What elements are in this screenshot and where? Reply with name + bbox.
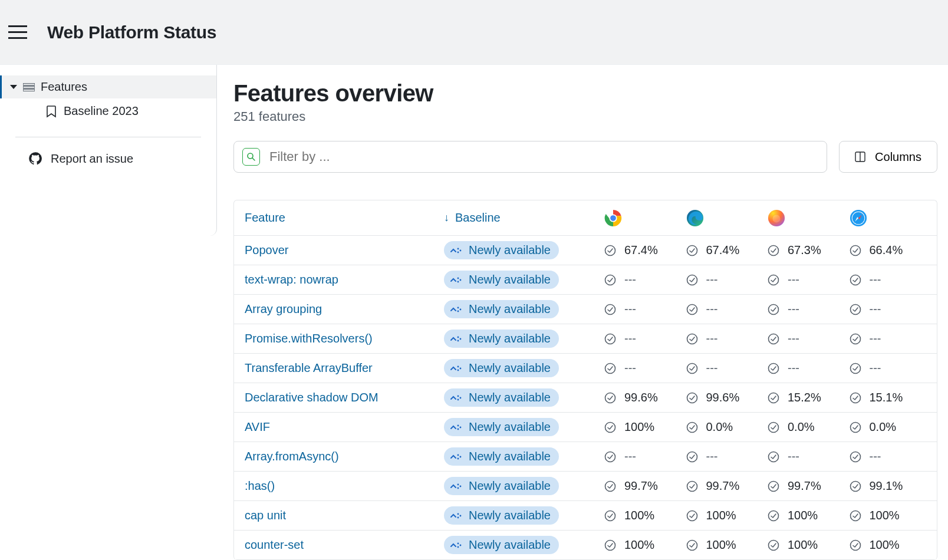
browser-value: 67.4% xyxy=(706,243,748,257)
browser-cell: --- xyxy=(763,332,845,345)
stack-icon xyxy=(23,83,35,91)
hamburger-menu-icon[interactable] xyxy=(5,19,31,45)
browser-cell: 99.7% xyxy=(763,479,845,493)
baseline-chip-label: Newly available xyxy=(469,273,551,286)
feature-link[interactable]: AVIF xyxy=(245,420,270,433)
feature-link[interactable]: text-wrap: nowrap xyxy=(245,273,338,286)
browser-value: 100% xyxy=(788,509,829,522)
browser-cell: 100% xyxy=(600,420,682,434)
sidebar-item-baseline-2023[interactable]: Baseline 2023 xyxy=(0,98,216,124)
check-icon xyxy=(604,274,616,286)
check-icon xyxy=(686,451,698,463)
bookmark-icon xyxy=(46,105,57,118)
browser-cell: --- xyxy=(600,361,682,375)
check-icon xyxy=(850,363,861,374)
edge-icon xyxy=(686,209,704,227)
browser-value: --- xyxy=(706,361,748,375)
main-content: Features overview 251 features Columns xyxy=(217,65,948,560)
baseline-chip: Newly available xyxy=(444,506,559,525)
col-chrome[interactable] xyxy=(600,209,682,227)
col-safari[interactable] xyxy=(845,209,927,227)
check-icon xyxy=(686,392,698,404)
col-baseline-label: Baseline xyxy=(455,211,501,225)
check-icon xyxy=(686,274,698,286)
browser-value: 67.3% xyxy=(788,243,829,257)
check-icon xyxy=(768,245,779,256)
browser-value: 100% xyxy=(870,538,911,552)
feature-link[interactable]: Declarative shadow DOM xyxy=(245,391,378,404)
feature-link[interactable]: Promise.withResolvers() xyxy=(245,332,373,345)
browser-cell: --- xyxy=(682,273,763,286)
check-icon xyxy=(850,510,861,522)
check-icon xyxy=(850,421,861,433)
features-table: Feature ↓ Baseline xyxy=(233,200,937,560)
firefox-icon xyxy=(768,209,785,227)
baseline-chip-label: Newly available xyxy=(469,332,551,345)
browser-cell: 0.0% xyxy=(763,420,845,434)
check-icon xyxy=(768,451,779,463)
filter-box[interactable] xyxy=(233,141,827,173)
baseline-sparkle-icon xyxy=(450,512,463,519)
baseline-sparkle-icon xyxy=(450,276,463,284)
table-row: Array groupingNewly available-----------… xyxy=(234,295,937,324)
check-icon xyxy=(604,245,616,256)
filter-input[interactable] xyxy=(269,149,818,164)
col-edge[interactable] xyxy=(682,209,763,227)
page-subtitle: 251 features xyxy=(233,109,937,124)
feature-link[interactable]: counter-set xyxy=(245,538,304,551)
feature-link[interactable]: cap unit xyxy=(245,509,286,522)
sort-desc-icon: ↓ xyxy=(444,212,449,224)
sidebar-report-label: Report an issue xyxy=(51,152,133,166)
browser-cell: --- xyxy=(845,450,927,463)
browser-cell: --- xyxy=(845,302,927,316)
browser-cell: 100% xyxy=(763,509,845,522)
feature-link[interactable]: :has() xyxy=(245,479,275,492)
safari-icon xyxy=(850,209,867,227)
table-row: cap unitNewly available100%100%100%100% xyxy=(234,501,937,531)
browser-value: --- xyxy=(870,450,911,463)
browser-cell: 67.4% xyxy=(682,243,763,257)
browser-cell: --- xyxy=(845,361,927,375)
feature-link[interactable]: Transferable ArrayBuffer xyxy=(245,361,373,374)
sidebar-report-issue[interactable]: Report an issue xyxy=(0,143,216,174)
browser-value: --- xyxy=(788,361,829,375)
col-feature[interactable]: Feature xyxy=(234,211,444,225)
feature-link[interactable]: Popover xyxy=(245,243,289,256)
browser-cell: --- xyxy=(600,273,682,286)
table-header: Feature ↓ Baseline xyxy=(234,200,937,236)
browser-value: 66.4% xyxy=(870,243,911,257)
feature-link[interactable]: Array grouping xyxy=(245,302,322,315)
page-title: Features overview xyxy=(233,80,937,107)
browser-value: --- xyxy=(870,332,911,345)
browser-value: --- xyxy=(706,450,748,463)
baseline-chip: Newly available xyxy=(444,271,559,289)
sidebar-item-label: Baseline 2023 xyxy=(64,104,139,118)
browser-cell: 15.2% xyxy=(763,391,845,404)
browser-value: --- xyxy=(624,332,666,345)
col-firefox[interactable] xyxy=(763,209,845,227)
table-row: counter-setNewly available100%100%100%10… xyxy=(234,531,937,560)
browser-cell: --- xyxy=(600,450,682,463)
baseline-sparkle-icon xyxy=(450,394,463,401)
check-icon xyxy=(604,333,616,345)
check-icon xyxy=(604,510,616,522)
browser-value: --- xyxy=(788,273,829,286)
check-icon xyxy=(850,333,861,345)
feature-link[interactable]: Array.fromAsync() xyxy=(245,450,339,463)
check-icon xyxy=(686,480,698,492)
columns-button[interactable]: Columns xyxy=(839,141,937,173)
check-icon xyxy=(768,333,779,345)
browser-cell: 100% xyxy=(845,509,927,522)
browser-value: --- xyxy=(706,273,748,286)
browser-value: 99.1% xyxy=(870,479,911,493)
baseline-chip-label: Newly available xyxy=(469,420,551,434)
controls-row: Columns xyxy=(233,141,937,173)
col-baseline[interactable]: ↓ Baseline xyxy=(444,211,600,225)
app-title: Web Platform Status xyxy=(47,22,216,42)
baseline-chip-label: Newly available xyxy=(469,479,551,493)
baseline-chip-label: Newly available xyxy=(469,538,551,552)
check-icon xyxy=(604,480,616,492)
sidebar-group-features[interactable]: Features xyxy=(0,75,216,98)
check-icon xyxy=(604,392,616,404)
browser-cell: 0.0% xyxy=(845,420,927,434)
